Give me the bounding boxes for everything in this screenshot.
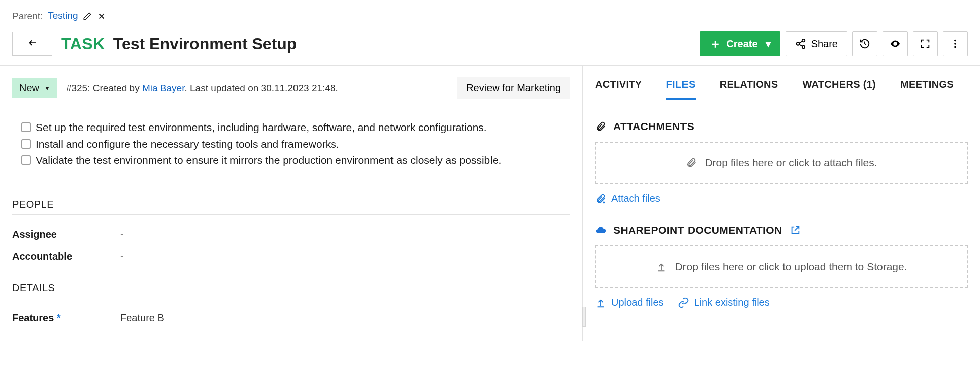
breadcrumb: Parent: Testing — [0, 10, 980, 27]
svg-point-3 — [954, 40, 956, 42]
attach-icon — [685, 157, 697, 168]
work-package-type: TASK — [61, 35, 105, 53]
watch-button[interactable] — [883, 31, 908, 56]
field-label-text: Features — [12, 312, 54, 323]
share-button[interactable]: Share — [786, 31, 847, 56]
eye-icon — [890, 38, 901, 49]
left-pane: ❯ New ▼ #325: Created by Mia Bayer. Last… — [0, 66, 583, 341]
required-marker: * — [57, 312, 61, 323]
edit-icon[interactable] — [83, 12, 92, 21]
field-label: Features * — [12, 312, 120, 324]
checklist-item: Validate the test environment to ensure … — [21, 152, 570, 169]
svg-point-2 — [802, 46, 805, 49]
breadcrumb-label: Parent: — [12, 11, 43, 22]
section-heading-people: PEOPLE — [12, 199, 570, 215]
history-button[interactable] — [852, 31, 877, 56]
kebab-icon — [950, 38, 961, 49]
checklist-text: Install and configure the necessary test… — [36, 136, 339, 153]
attachments-heading-text: ATTACHMENTS — [613, 120, 694, 133]
back-button[interactable] — [12, 32, 52, 56]
svg-point-1 — [796, 42, 799, 45]
upload-icon — [595, 297, 606, 308]
close-icon[interactable] — [97, 12, 106, 21]
dropzone-text: Drop files here or click to attach files… — [705, 157, 877, 169]
page-title[interactable]: Test Environment Setup — [113, 35, 297, 53]
tab-meetings[interactable]: MEETINGS — [900, 79, 954, 100]
meta-suffix: . Last updated on 30.11.2023 21:48. — [184, 83, 338, 93]
attachments-heading: ATTACHMENTS — [595, 120, 968, 133]
attach-files-link[interactable]: Attach files — [595, 193, 660, 204]
tab-files[interactable]: FILES — [666, 79, 696, 100]
meta-line: #325: Created by Mia Bayer. Last updated… — [66, 83, 338, 94]
status-value: New — [19, 82, 39, 94]
field-value: - — [120, 250, 124, 262]
status-selector[interactable]: New ▼ — [12, 78, 57, 98]
checklist-text: Set up the required test environments, i… — [36, 119, 487, 136]
field-label: Accountable — [12, 250, 120, 262]
dropzone-text: Drop files here or click to upload them … — [675, 261, 907, 273]
caret-down-icon: ▼ — [44, 85, 50, 92]
external-link-icon[interactable] — [790, 225, 801, 236]
share-button-label: Share — [811, 38, 838, 50]
create-button-label: Create — [726, 38, 757, 50]
paperclip-icon — [595, 121, 606, 132]
header: TASK Test Environment Setup ＋ Create ▾ S… — [0, 27, 980, 65]
history-icon — [859, 38, 870, 49]
checkbox[interactable] — [21, 139, 31, 149]
tab-activity[interactable]: ACTIVITY — [595, 79, 642, 100]
tab-relations[interactable]: RELATIONS — [720, 79, 778, 100]
upload-files-label: Upload files — [611, 297, 664, 308]
link-existing-label: Link existing files — [694, 297, 770, 308]
breadcrumb-parent-link[interactable]: Testing — [48, 10, 78, 22]
field-value: Feature B — [120, 312, 164, 324]
link-existing-files-link[interactable]: Link existing files — [678, 297, 770, 308]
checklist-item: Set up the required test environments, i… — [21, 119, 570, 136]
author-link[interactable]: Mia Bayer — [142, 83, 184, 93]
field-accountable[interactable]: Accountable - — [12, 245, 570, 267]
upload-icon — [656, 261, 667, 272]
tab-watchers[interactable]: WATCHERS (1) — [802, 79, 876, 100]
meta-prefix: #325: Created by — [66, 83, 142, 93]
review-button[interactable]: Review for Marketing — [457, 77, 570, 99]
fullscreen-button[interactable] — [913, 31, 938, 56]
description: Set up the required test environments, i… — [12, 114, 570, 184]
sharepoint-dropzone[interactable]: Drop files here or click to upload them … — [595, 245, 968, 288]
section-heading-details: DETAILS — [12, 282, 570, 298]
sharepoint-heading-text: SHAREPOINT DOCUMENTATION — [613, 224, 782, 236]
checklist-item: Install and configure the necessary test… — [21, 136, 570, 153]
plus-icon: ＋ — [709, 36, 721, 52]
svg-point-4 — [954, 43, 956, 45]
expand-icon — [920, 38, 931, 49]
field-value: - — [120, 229, 124, 240]
field-assignee[interactable]: Assignee - — [12, 224, 570, 245]
svg-point-5 — [954, 46, 956, 48]
attach-plus-icon — [595, 193, 606, 204]
share-icon — [795, 38, 806, 49]
checklist-text: Validate the test environment to ensure … — [36, 152, 501, 169]
sharepoint-heading: SHAREPOINT DOCUMENTATION — [595, 224, 968, 236]
svg-point-0 — [802, 39, 805, 42]
attachments-dropzone[interactable]: Drop files here or click to attach files… — [595, 142, 968, 184]
cloud-icon — [595, 225, 606, 236]
attach-files-label: Attach files — [611, 193, 660, 204]
more-button[interactable] — [943, 31, 968, 56]
right-pane: ACTIVITY FILES RELATIONS WATCHERS (1) ME… — [583, 66, 980, 341]
link-icon — [678, 297, 689, 308]
checkbox[interactable] — [21, 155, 31, 165]
checkbox[interactable] — [21, 122, 31, 132]
field-features[interactable]: Features * Feature B — [12, 307, 570, 329]
upload-files-link[interactable]: Upload files — [595, 297, 664, 308]
reply-arrow-icon — [27, 38, 38, 49]
tabs: ACTIVITY FILES RELATIONS WATCHERS (1) ME… — [595, 66, 968, 100]
caret-down-icon: ▾ — [766, 38, 771, 50]
create-button[interactable]: ＋ Create ▾ — [700, 31, 780, 56]
field-label: Assignee — [12, 229, 120, 240]
